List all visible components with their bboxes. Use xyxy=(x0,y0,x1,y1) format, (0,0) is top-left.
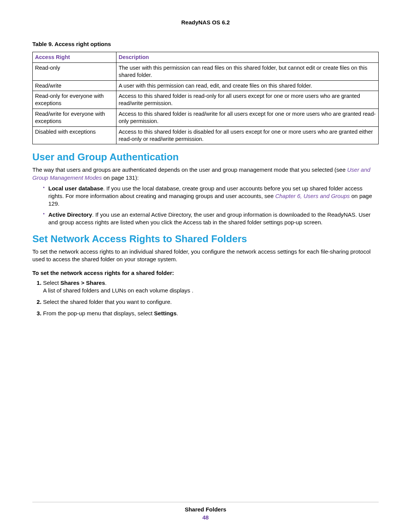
link-text: Chapter 6, Users and Groups xyxy=(275,193,350,199)
bold-text: Shares > Shares xyxy=(61,280,105,286)
text: . xyxy=(105,280,107,286)
footer-page-number: 48 xyxy=(0,514,411,521)
text: From the pop-up menu that displays, sele… xyxy=(43,310,154,316)
table-cell-desc: Access to this shared folder is disabled… xyxy=(116,126,378,144)
footer-section-title: Shared Folders xyxy=(0,506,411,513)
access-rights-table: Access Right Description Read-only The u… xyxy=(32,52,379,144)
page: ReadyNAS OS 6.2 Table 9. Access right op… xyxy=(0,0,411,532)
table-row: Read-only for everyone with exceptions A… xyxy=(33,91,379,109)
table-cell-desc: Access to this shared folder is read/wri… xyxy=(116,109,378,127)
step-item: Select Shares > Shares. A list of shared… xyxy=(43,279,379,295)
page-footer: Shared Folders 48 xyxy=(0,502,411,521)
table-caption: Table 9. Access right options xyxy=(32,41,379,47)
section-heading-auth: User and Group Authentication xyxy=(32,151,379,163)
document-header: ReadyNAS OS 6.2 xyxy=(32,19,379,26)
procedure-heading: To set the network access rights for a s… xyxy=(32,270,379,276)
text: Select xyxy=(43,280,61,286)
table-header-cell: Access Right xyxy=(33,52,116,63)
table-cell-right: Read/write xyxy=(33,80,116,91)
table-cell-right: Read-only for everyone with exceptions xyxy=(33,91,116,109)
table-cell-desc: A user with this permission can read, ed… xyxy=(116,80,378,91)
list-item: Local user database. If you use the loca… xyxy=(43,185,379,208)
step-item: From the pop-up menu that displays, sele… xyxy=(43,310,379,317)
table-cell-desc: Access to this shared folder is read-onl… xyxy=(116,91,378,109)
table-row: Read/write A user with this permission c… xyxy=(33,80,379,91)
table-cell-right: Read-only xyxy=(33,62,116,80)
list-item: Active Directory. If you use an external… xyxy=(43,211,379,227)
paragraph: To set the network access rights to an i… xyxy=(32,248,379,264)
bold-text: Settings xyxy=(154,310,177,316)
footer-rule xyxy=(32,502,379,502)
table-cell-desc: The user with this permission can read f… xyxy=(116,62,378,80)
table-header-row: Access Right Description xyxy=(33,52,379,63)
paragraph: The way that users and groups are authen… xyxy=(32,166,379,182)
ordered-steps: Select Shares > Shares. A list of shared… xyxy=(32,279,379,318)
bullet-lead: Active Directory xyxy=(48,211,92,218)
table-row: Disabled with exceptions Access to this … xyxy=(33,126,379,144)
text: A list of shared folders and LUNs on eac… xyxy=(43,287,193,294)
bullet-lead: Local user database xyxy=(48,185,103,192)
table-cell-right: Read/write for everyone with exceptions xyxy=(33,109,116,127)
table-header-cell: Description xyxy=(116,52,378,63)
step-item: Select the shared folder that you want t… xyxy=(43,298,379,306)
section-heading-access: Set Network Access Rights to Shared Fold… xyxy=(32,233,379,245)
table-cell-right: Disabled with exceptions xyxy=(33,126,116,144)
text: on page 131): xyxy=(102,174,139,181)
text: . xyxy=(177,310,178,316)
bullet-list: Local user database. If you use the loca… xyxy=(32,185,379,226)
text: The way that users and groups are authen… xyxy=(32,166,347,173)
text: Select the shared folder that you want t… xyxy=(43,299,172,305)
table-row: Read/write for everyone with exceptions … xyxy=(33,109,379,127)
text: . If you use an external Active Director… xyxy=(48,211,371,225)
table-row: Read-only The user with this permission … xyxy=(33,62,379,80)
